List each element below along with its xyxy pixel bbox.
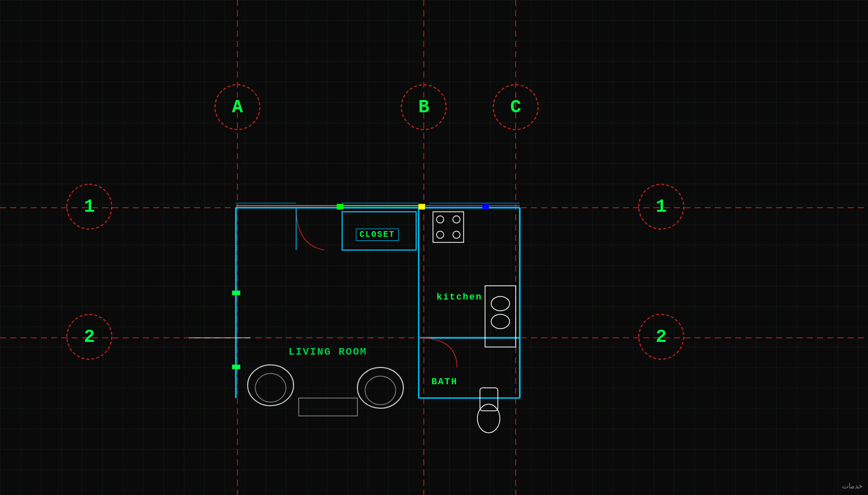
door-mark-left2 <box>232 365 240 369</box>
mark-closet-right <box>419 204 425 209</box>
burner4 <box>453 231 460 238</box>
toilet-bowl <box>477 404 500 433</box>
sofa-left-inner <box>255 374 286 402</box>
ref-circle-1-left: 1 <box>66 184 112 230</box>
toilet-tank <box>480 388 498 411</box>
kitchen-label: kitchen <box>437 292 483 302</box>
burner2 <box>453 216 460 223</box>
floor-plan <box>0 0 868 495</box>
sink-bowl1 <box>491 296 510 311</box>
ref-circle-1-right: 1 <box>638 184 684 230</box>
coffee-table <box>299 398 357 416</box>
chair-right <box>357 367 403 408</box>
ref-circle-C: C <box>493 84 539 130</box>
bath-door-arc <box>419 338 457 367</box>
bath-label: BATH <box>431 377 457 387</box>
watermark: خدمات <box>842 482 863 490</box>
burner1 <box>437 216 444 223</box>
chair-right-inner <box>365 376 396 405</box>
ref-circle-B: B <box>401 84 447 130</box>
ref-circle-A: A <box>214 84 260 130</box>
closet-label: CLOSET <box>356 229 399 241</box>
door-mark-left <box>232 291 240 295</box>
ref-circle-2-left: 2 <box>66 314 112 360</box>
stove <box>433 212 464 242</box>
mark-top-right <box>483 204 489 209</box>
sofa-left <box>248 365 294 406</box>
living-room-label: LIVING ROOM <box>288 346 367 358</box>
mark-closet-left <box>337 204 343 209</box>
burner3 <box>437 231 444 238</box>
sink-bowl2 <box>491 314 510 329</box>
ref-circle-2-right: 2 <box>638 314 684 360</box>
door-arc-closet <box>296 208 324 250</box>
